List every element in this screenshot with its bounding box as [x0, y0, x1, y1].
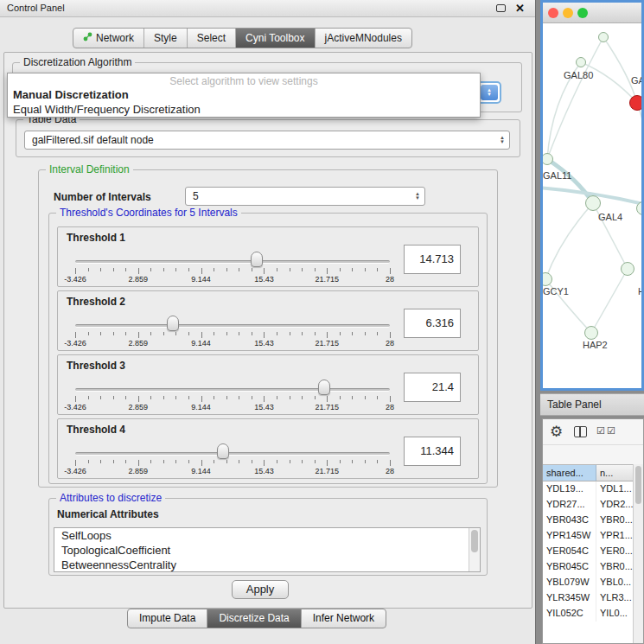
shared-name-cell: YBR043C: [543, 513, 596, 528]
tab-impute-data[interactable]: Impute Data: [128, 609, 207, 628]
tab-infer-network[interactable]: Infer Network: [301, 609, 386, 628]
slider-thumb[interactable]: [167, 316, 179, 331]
tab-style[interactable]: Style: [143, 29, 187, 48]
slider-thumb[interactable]: [251, 252, 263, 267]
combo-arrows-icon[interactable]: ▲▼: [481, 85, 498, 100]
table-row[interactable]: YBR045CYBR0...: [543, 559, 643, 575]
tick-mark: [201, 396, 202, 402]
slider-track[interactable]: [75, 260, 390, 264]
table-row[interactable]: YBR043CYBR0...: [543, 513, 643, 528]
tick-mark: [88, 396, 89, 399]
tick-label: 2.859: [129, 403, 149, 411]
tick-mark: [365, 268, 366, 271]
apply-button[interactable]: Apply: [232, 580, 289, 599]
slider-track[interactable]: [75, 388, 390, 392]
tab-select[interactable]: Select: [187, 29, 235, 48]
slider-track[interactable]: [75, 452, 390, 456]
numerical-attributes-list[interactable]: SelfLoopsTopologicalCoefficientBetweenne…: [54, 527, 481, 572]
table-row[interactable]: YDR27...YDR2...: [543, 497, 643, 513]
dropdown-option-equal-width[interactable]: Equal Width/Frequency Discretization: [8, 102, 480, 117]
threshold-value-field[interactable]: 6.316: [404, 309, 461, 338]
threshold-label: Threshold 4: [67, 424, 125, 436]
tick-mark: [252, 460, 252, 463]
tick-mark: [239, 268, 239, 271]
num-intervals-combobox[interactable]: 5 ▲▼: [185, 187, 425, 206]
tick-mark: [315, 460, 316, 463]
scrollbar-thumb[interactable]: [635, 466, 641, 504]
tick-mark: [163, 332, 164, 335]
threshold-value-field[interactable]: 11.344: [404, 437, 461, 466]
combo-arrows-icon[interactable]: ▲▼: [500, 136, 505, 144]
tick-mark: [226, 460, 227, 463]
checkbox-icon[interactable]: ☑: [596, 425, 605, 437]
table-row[interactable]: YER054CYER0...: [543, 544, 643, 559]
close-icon[interactable]: ✕: [515, 2, 525, 15]
tick-mark: [163, 396, 164, 399]
control-panel-titlebar[interactable]: Control Panel ✕: [0, 0, 535, 17]
table-panel-titlebar[interactable]: Table Panel: [540, 393, 644, 416]
tick-mark: [113, 268, 114, 271]
tab-jactivemnodules[interactable]: jActiveMNodules: [315, 29, 411, 48]
columns-icon[interactable]: [574, 426, 587, 437]
highlighted-node[interactable]: [629, 95, 641, 111]
node-label: GAL80: [564, 70, 593, 80]
scrollbar-thumb[interactable]: [471, 530, 478, 552]
tick-mark: [277, 396, 277, 399]
node-label: GA: [631, 75, 641, 86]
table-row[interactable]: YDL19...YDL1...: [543, 481, 643, 497]
tick-mark: [302, 460, 303, 463]
tick-mark: [239, 332, 239, 335]
table-scrollbar[interactable]: [633, 464, 643, 643]
tab-network[interactable]: Network: [73, 29, 143, 48]
table-row[interactable]: YPR145WYPR1...: [543, 528, 643, 544]
list-item[interactable]: SelfLoops: [54, 528, 480, 543]
column-header-shared-name[interactable]: shared...: [543, 465, 596, 481]
slider-track[interactable]: [75, 324, 390, 328]
table-row[interactable]: YBL079WYBL0...: [543, 575, 643, 590]
tab-cyni-toolbox[interactable]: Cyni Toolbox: [235, 29, 314, 48]
gear-icon[interactable]: ⚙: [550, 423, 563, 441]
interval-definition-title: Interval Definition: [46, 163, 133, 175]
threshold-value-field[interactable]: 21.4: [404, 373, 461, 402]
tick-mark: [252, 332, 252, 335]
tick-mark: [175, 332, 176, 335]
network-node[interactable]: [621, 262, 634, 276]
algorithm-dropdown-list: Select algorithm to view settings Manual…: [7, 73, 481, 118]
network-node[interactable]: [598, 32, 609, 42]
threshold-value-field[interactable]: 14.713: [404, 245, 461, 274]
control-panel-window: Control Panel ✕ NetworkStyleSelectCyni T…: [0, 0, 536, 644]
network-node[interactable]: [585, 195, 601, 211]
table-row[interactable]: YIL052CYIL0...: [543, 606, 643, 622]
combo-arrows-icon[interactable]: ▲▼: [415, 192, 420, 201]
network-node[interactable]: [576, 57, 586, 67]
minimize-traffic-light-icon[interactable]: [563, 8, 573, 18]
dropdown-option-manual[interactable]: Manual Discretization: [8, 87, 480, 102]
float-window-icon[interactable]: [496, 4, 506, 12]
tick-mark: [264, 332, 265, 338]
tick-label: 9.144: [191, 403, 211, 411]
tick-mark: [138, 332, 139, 338]
slider-thumb[interactable]: [318, 379, 330, 395]
tab-discretize-data[interactable]: Discretize Data: [207, 609, 300, 628]
network-canvas[interactable]: GAL80GAGAL11GAL4GCY1HHAP2: [543, 23, 641, 367]
tick-mark: [315, 268, 316, 271]
table-data-combobox[interactable]: galFiltered.sif default node ▲▼: [24, 131, 510, 150]
zoom-traffic-light-icon[interactable]: [577, 8, 588, 18]
attributes-scrollbar[interactable]: [469, 528, 480, 571]
tick-mark: [100, 268, 101, 271]
network-node[interactable]: [584, 326, 598, 340]
close-traffic-light-icon[interactable]: [548, 8, 558, 18]
window-title: Control Panel: [7, 3, 65, 13]
list-item[interactable]: BetweennessCentrality: [54, 558, 480, 572]
dropdown-placeholder-option[interactable]: Select algorithm to view settings: [8, 75, 480, 87]
slider-thumb[interactable]: [217, 443, 229, 459]
tick-mark: [175, 268, 176, 271]
checkbox-icon[interactable]: ☑: [607, 425, 615, 437]
tick-mark: [100, 396, 101, 399]
attributes-group-title: Attributes to discretize: [56, 492, 165, 504]
network-window-titlebar[interactable]: [543, 3, 641, 23]
list-item[interactable]: TopologicalCoefficient: [54, 543, 480, 558]
table-row[interactable]: YLR345WYLR3...: [543, 590, 643, 606]
tick-mark: [390, 268, 391, 274]
tick-label: 9.144: [191, 467, 211, 475]
